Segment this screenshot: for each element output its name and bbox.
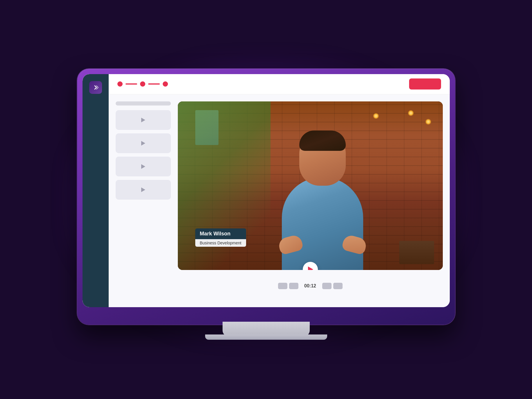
play-icon	[141, 187, 145, 192]
hand-right	[341, 234, 368, 255]
monitor-outer: Mark Wilson Business Development	[77, 69, 455, 330]
monitor-shell: Mark Wilson Business Development	[77, 69, 455, 325]
background-light-3	[425, 119, 431, 125]
list-item[interactable]	[116, 180, 171, 200]
person-role-badge: Business Development	[195, 239, 246, 247]
video-player[interactable]: Mark Wilson Business Development	[178, 101, 443, 270]
video-subject	[261, 125, 384, 270]
main-content: Mark Wilson Business Development	[109, 74, 450, 307]
content-area: Mark Wilson Business Development	[109, 94, 450, 307]
step-dot-3[interactable]	[163, 81, 168, 87]
list-item[interactable]	[116, 133, 171, 153]
video-controls: 00:12	[278, 278, 343, 290]
step-dot-1[interactable]	[117, 81, 123, 87]
playlist-header	[116, 101, 171, 105]
hand-left	[277, 234, 304, 255]
person-name-badge: Mark Wilson	[195, 228, 246, 239]
person-hair	[299, 130, 346, 151]
play-icon	[141, 141, 145, 146]
background-light-2	[408, 110, 414, 116]
control-block-2[interactable]	[289, 283, 298, 289]
person-head	[299, 130, 346, 186]
playlist-panel	[116, 101, 171, 300]
list-item[interactable]	[116, 157, 171, 176]
person-shirt	[282, 177, 363, 270]
monitor-stand	[223, 322, 310, 336]
play-triangle-icon	[308, 266, 313, 270]
play-icon	[141, 164, 145, 169]
control-group-right	[322, 283, 343, 289]
nav-steps	[117, 81, 168, 87]
step-dot-2[interactable]	[140, 81, 145, 87]
logo-icon	[92, 84, 99, 91]
background-light-1	[373, 113, 379, 119]
play-icon	[141, 118, 145, 122]
control-block-4[interactable]	[333, 283, 343, 289]
control-group-left	[278, 283, 298, 289]
list-item[interactable]	[116, 110, 171, 130]
logo[interactable]	[89, 81, 102, 94]
control-block-3[interactable]	[322, 283, 332, 289]
step-line-1	[126, 83, 137, 85]
screen: Mark Wilson Business Development	[83, 74, 450, 307]
person-hands	[273, 229, 372, 253]
video-timestamp: 00:12	[303, 283, 318, 289]
control-block-1[interactable]	[278, 283, 287, 289]
name-overlay: Mark Wilson Business Development	[195, 228, 246, 247]
top-nav	[109, 74, 450, 94]
nav-action-button[interactable]	[409, 78, 441, 90]
sidebar	[83, 74, 109, 307]
step-line-2	[148, 83, 160, 85]
video-area: Mark Wilson Business Development	[178, 101, 443, 300]
background-table	[399, 241, 434, 264]
